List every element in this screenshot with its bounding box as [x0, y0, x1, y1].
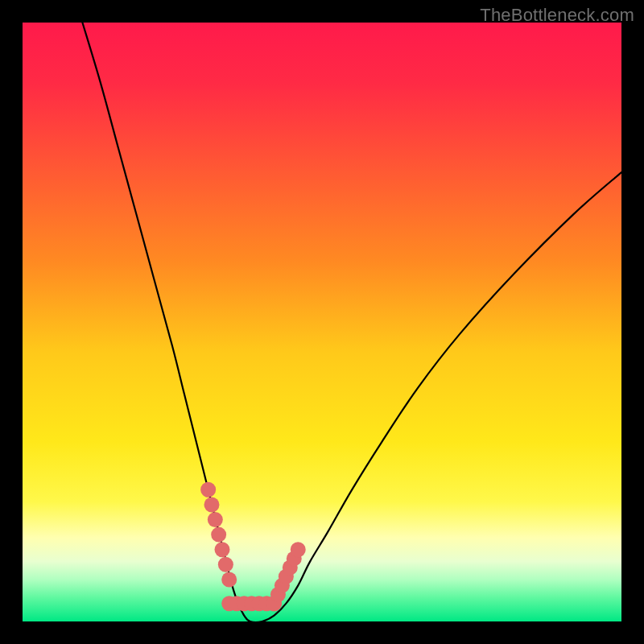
watermark-text: TheBottleneck.com: [480, 5, 634, 26]
highlight-dot: [291, 542, 306, 557]
highlight-dot: [208, 512, 223, 527]
highlight-dot: [221, 572, 237, 587]
highlight-dot: [215, 542, 230, 557]
highlight-dot: [204, 497, 219, 512]
highlight-dot: [211, 527, 226, 543]
bottleneck-chart: [23, 23, 621, 621]
highlight-dot: [200, 482, 216, 497]
gradient-background: [23, 23, 621, 621]
chart-frame: [23, 23, 621, 621]
highlight-dot: [218, 557, 233, 572]
